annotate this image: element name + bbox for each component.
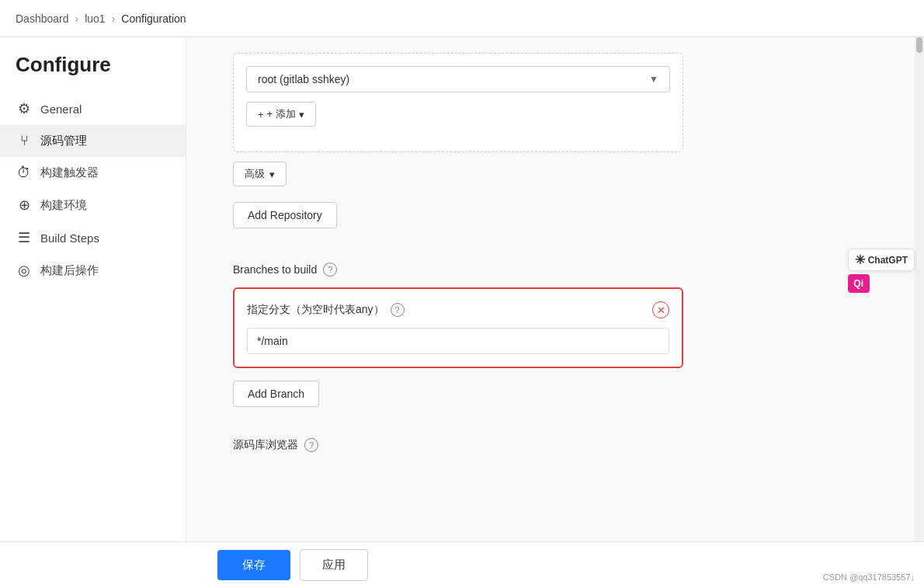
main-layout: Configure ⚙ General ⑂ 源码管理 ⏱ 构建触发器 ⊕ 构建环…	[0, 37, 924, 588]
save-button[interactable]: 保存	[217, 550, 290, 580]
breadcrumb-sep-1: ›	[75, 12, 79, 25]
sidebar-item-post-build[interactable]: ◎ 构建后操作	[0, 254, 186, 287]
add-dropdown-button[interactable]: + + 添加 ▾	[246, 102, 316, 127]
scrollbar-thumb[interactable]	[916, 37, 922, 53]
sidebar-item-general[interactable]: ⚙ General	[0, 92, 186, 125]
branch-label-left: 指定分支（为空时代表any） ?	[247, 303, 405, 317]
bottom-bar: 保存 应用	[0, 541, 924, 588]
breadcrumb-bar: Dashboard › luo1 › Configuration	[0, 0, 924, 37]
list-icon: ☰	[16, 229, 33, 246]
chatgpt-icon: ✳	[855, 252, 865, 267]
add-branch-label: Add Branch	[248, 388, 304, 400]
sidebar-item-build-env[interactable]: ⊕ 构建环境	[0, 189, 186, 221]
branches-help-icon[interactable]: ?	[323, 263, 337, 277]
advanced-label: 高级	[245, 167, 265, 181]
source-control-icon: ⑂	[16, 133, 33, 149]
branch-row-label: 指定分支（为空时代表any） ? ✕	[247, 301, 669, 318]
sidebar-item-post-build-label: 构建后操作	[40, 263, 99, 278]
source-browser-label: 源码库浏览器	[233, 438, 298, 452]
add-branch-button[interactable]: Add Branch	[233, 381, 319, 407]
branches-to-build-label: Branches to build	[233, 263, 317, 276]
advanced-toggle-button[interactable]: 高级 ▾	[233, 162, 287, 186]
source-browser-help-icon[interactable]: ?	[304, 438, 318, 452]
sshkey-select-value: root (gitlab sshkey)	[258, 73, 349, 85]
chatgpt-box[interactable]: ✳ ChatGPT	[848, 249, 915, 271]
sidebar-item-build-steps[interactable]: ☰ Build Steps	[0, 221, 186, 254]
breadcrumb-sep-2: ›	[112, 12, 116, 25]
content-area: root (gitlab sshkey) ▼ + + 添加 ▾ 高级 ▾	[186, 37, 915, 588]
clock-icon: ⏱	[16, 165, 33, 181]
qi-label: Qi	[853, 278, 863, 289]
remove-branch-button[interactable]: ✕	[652, 301, 669, 318]
sidebar: Configure ⚙ General ⑂ 源码管理 ⏱ 构建触发器 ⊕ 构建环…	[0, 37, 186, 588]
branch-help-icon[interactable]: ?	[391, 303, 405, 317]
branches-to-build-row: Branches to build ?	[233, 263, 683, 277]
plus-icon: +	[258, 109, 264, 120]
globe-icon: ⊕	[16, 197, 33, 214]
repository-section: root (gitlab sshkey) ▼ + + 添加 ▾	[233, 53, 683, 152]
sidebar-item-source-control[interactable]: ⑂ 源码管理	[0, 125, 186, 157]
breadcrumb-luo1[interactable]: luo1	[85, 12, 105, 25]
chevron-down-icon: ▼	[649, 74, 658, 85]
post-build-icon: ◎	[16, 262, 33, 279]
sidebar-item-build-triggers[interactable]: ⏱ 构建触发器	[0, 157, 186, 189]
qi-box[interactable]: Qi	[848, 274, 870, 293]
sidebar-title: Configure	[0, 53, 186, 92]
branches-section: 指定分支（为空时代表any） ? ✕	[233, 287, 683, 368]
branch-input[interactable]	[247, 328, 669, 354]
gear-icon: ⚙	[16, 100, 33, 117]
breadcrumb-configuration: Configuration	[121, 12, 186, 25]
breadcrumb-dashboard[interactable]: Dashboard	[16, 12, 69, 25]
source-browser-row: 源码库浏览器 ?	[233, 438, 683, 452]
chatgpt-badge: ✳ ChatGPT Qi	[848, 249, 915, 293]
add-repository-label: Add Repository	[248, 209, 322, 221]
apply-button[interactable]: 应用	[300, 549, 368, 581]
scrollbar-track[interactable]	[915, 37, 924, 588]
advanced-chevron-icon: ▾	[269, 169, 275, 180]
content-inner: root (gitlab sshkey) ▼ + + 添加 ▾ 高级 ▾	[186, 37, 730, 576]
branch-field-label: 指定分支（为空时代表any）	[247, 303, 384, 317]
add-btn-label: + 添加	[267, 107, 296, 121]
chatgpt-label: ChatGPT	[868, 255, 908, 266]
add-arrow-icon: ▾	[299, 109, 304, 120]
sshkey-select[interactable]: root (gitlab sshkey) ▼	[246, 66, 670, 92]
watermark: CSDN @qq317853557↓	[823, 572, 915, 582]
add-repository-button[interactable]: Add Repository	[233, 202, 337, 228]
sidebar-item-build-env-label: 构建环境	[40, 198, 87, 213]
sidebar-item-build-steps-label: Build Steps	[40, 231, 99, 245]
sidebar-item-source-control-label: 源码管理	[40, 134, 87, 148]
sidebar-item-general-label: General	[40, 103, 82, 116]
sidebar-item-build-triggers-label: 构建触发器	[40, 165, 99, 180]
